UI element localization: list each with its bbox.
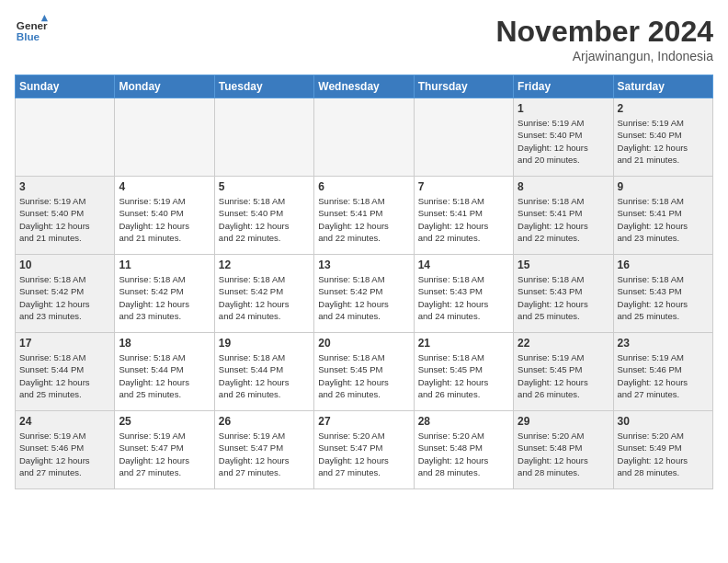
weekday-header-thursday: Thursday bbox=[414, 75, 513, 98]
weekday-header-friday: Friday bbox=[514, 75, 613, 98]
day-number: 27 bbox=[318, 415, 409, 428]
day-number: 30 bbox=[618, 415, 709, 428]
calendar-cell: 9Sunrise: 5:18 AM Sunset: 5:41 PM Daylig… bbox=[613, 177, 712, 255]
calendar-week-4: 17Sunrise: 5:18 AM Sunset: 5:44 PM Dayli… bbox=[16, 333, 713, 411]
calendar-cell: 15Sunrise: 5:18 AM Sunset: 5:43 PM Dayli… bbox=[514, 255, 613, 333]
day-info: Sunrise: 5:19 AM Sunset: 5:40 PM Dayligh… bbox=[19, 195, 110, 244]
calendar-cell: 6Sunrise: 5:18 AM Sunset: 5:41 PM Daylig… bbox=[314, 177, 414, 255]
calendar-cell: 7Sunrise: 5:18 AM Sunset: 5:41 PM Daylig… bbox=[414, 177, 513, 255]
day-info: Sunrise: 5:19 AM Sunset: 5:40 PM Dayligh… bbox=[518, 117, 609, 166]
calendar-cell bbox=[16, 98, 115, 177]
calendar-cell: 24Sunrise: 5:19 AM Sunset: 5:46 PM Dayli… bbox=[16, 411, 115, 489]
calendar-cell: 11Sunrise: 5:18 AM Sunset: 5:42 PM Dayli… bbox=[115, 255, 214, 333]
calendar-cell: 4Sunrise: 5:19 AM Sunset: 5:40 PM Daylig… bbox=[115, 177, 214, 255]
day-number: 20 bbox=[318, 337, 409, 350]
day-number: 9 bbox=[618, 180, 709, 193]
day-info: Sunrise: 5:18 AM Sunset: 5:41 PM Dayligh… bbox=[518, 195, 609, 244]
day-info: Sunrise: 5:20 AM Sunset: 5:49 PM Dayligh… bbox=[618, 430, 709, 478]
day-info: Sunrise: 5:18 AM Sunset: 5:42 PM Dayligh… bbox=[318, 273, 409, 322]
day-info: Sunrise: 5:18 AM Sunset: 5:42 PM Dayligh… bbox=[19, 273, 110, 322]
day-info: Sunrise: 5:20 AM Sunset: 5:47 PM Dayligh… bbox=[318, 430, 409, 478]
day-number: 2 bbox=[618, 102, 709, 115]
calendar-week-1: 1Sunrise: 5:19 AM Sunset: 5:40 PM Daylig… bbox=[16, 98, 713, 177]
day-info: Sunrise: 5:20 AM Sunset: 5:48 PM Dayligh… bbox=[418, 430, 509, 478]
calendar-cell: 14Sunrise: 5:18 AM Sunset: 5:43 PM Dayli… bbox=[414, 255, 513, 333]
day-number: 23 bbox=[618, 337, 709, 350]
day-info: Sunrise: 5:18 AM Sunset: 5:40 PM Dayligh… bbox=[219, 195, 310, 244]
day-info: Sunrise: 5:19 AM Sunset: 5:40 PM Dayligh… bbox=[618, 117, 709, 166]
calendar-cell bbox=[214, 98, 313, 177]
calendar-cell: 16Sunrise: 5:18 AM Sunset: 5:43 PM Dayli… bbox=[613, 255, 712, 333]
day-info: Sunrise: 5:18 AM Sunset: 5:44 PM Dayligh… bbox=[119, 351, 210, 400]
day-info: Sunrise: 5:18 AM Sunset: 5:44 PM Dayligh… bbox=[19, 351, 110, 400]
day-number: 29 bbox=[518, 415, 609, 428]
day-number: 6 bbox=[318, 180, 409, 193]
day-number: 5 bbox=[219, 180, 310, 193]
calendar-cell: 27Sunrise: 5:20 AM Sunset: 5:47 PM Dayli… bbox=[314, 411, 414, 489]
calendar-cell: 17Sunrise: 5:18 AM Sunset: 5:44 PM Dayli… bbox=[16, 333, 115, 411]
day-info: Sunrise: 5:18 AM Sunset: 5:41 PM Dayligh… bbox=[418, 195, 509, 244]
calendar-week-3: 10Sunrise: 5:18 AM Sunset: 5:42 PM Dayli… bbox=[16, 255, 713, 333]
day-info: Sunrise: 5:18 AM Sunset: 5:41 PM Dayligh… bbox=[618, 195, 709, 244]
day-number: 26 bbox=[219, 415, 310, 428]
calendar-header: SundayMondayTuesdayWednesdayThursdayFrid… bbox=[16, 75, 713, 98]
logo-icon: General Blue bbox=[15, 15, 48, 48]
day-number: 12 bbox=[219, 259, 310, 271]
day-info: Sunrise: 5:18 AM Sunset: 5:41 PM Dayligh… bbox=[318, 195, 409, 244]
day-info: Sunrise: 5:18 AM Sunset: 5:45 PM Dayligh… bbox=[418, 351, 509, 400]
day-number: 18 bbox=[119, 337, 210, 350]
location: Arjawinangun, Indonesia bbox=[495, 49, 713, 63]
day-info: Sunrise: 5:18 AM Sunset: 5:42 PM Dayligh… bbox=[119, 273, 210, 322]
day-info: Sunrise: 5:19 AM Sunset: 5:40 PM Dayligh… bbox=[119, 195, 210, 244]
day-info: Sunrise: 5:18 AM Sunset: 5:43 PM Dayligh… bbox=[418, 273, 509, 322]
calendar-cell: 8Sunrise: 5:18 AM Sunset: 5:41 PM Daylig… bbox=[514, 177, 613, 255]
day-info: Sunrise: 5:20 AM Sunset: 5:48 PM Dayligh… bbox=[518, 430, 609, 478]
calendar-cell bbox=[115, 98, 214, 177]
calendar-cell bbox=[414, 98, 513, 177]
day-info: Sunrise: 5:19 AM Sunset: 5:47 PM Dayligh… bbox=[219, 430, 310, 478]
day-info: Sunrise: 5:19 AM Sunset: 5:47 PM Dayligh… bbox=[119, 430, 210, 478]
day-info: Sunrise: 5:18 AM Sunset: 5:43 PM Dayligh… bbox=[518, 273, 609, 322]
day-number: 28 bbox=[418, 415, 509, 428]
day-number: 25 bbox=[119, 415, 210, 428]
month-title: November 2024 bbox=[495, 15, 713, 49]
calendar-cell bbox=[314, 98, 414, 177]
calendar-cell: 2Sunrise: 5:19 AM Sunset: 5:40 PM Daylig… bbox=[613, 98, 712, 177]
day-number: 17 bbox=[19, 337, 110, 350]
calendar-cell: 25Sunrise: 5:19 AM Sunset: 5:47 PM Dayli… bbox=[115, 411, 214, 489]
day-number: 4 bbox=[119, 180, 210, 193]
day-number: 1 bbox=[518, 102, 609, 115]
calendar-cell: 20Sunrise: 5:18 AM Sunset: 5:45 PM Dayli… bbox=[314, 333, 414, 411]
calendar-cell: 21Sunrise: 5:18 AM Sunset: 5:45 PM Dayli… bbox=[414, 333, 513, 411]
day-number: 14 bbox=[418, 259, 509, 271]
calendar-cell: 22Sunrise: 5:19 AM Sunset: 5:45 PM Dayli… bbox=[514, 333, 613, 411]
day-number: 16 bbox=[618, 259, 709, 271]
day-info: Sunrise: 5:18 AM Sunset: 5:44 PM Dayligh… bbox=[219, 351, 310, 400]
calendar-cell: 19Sunrise: 5:18 AM Sunset: 5:44 PM Dayli… bbox=[214, 333, 313, 411]
calendar-cell: 30Sunrise: 5:20 AM Sunset: 5:49 PM Dayli… bbox=[613, 411, 712, 489]
calendar-week-5: 24Sunrise: 5:19 AM Sunset: 5:46 PM Dayli… bbox=[16, 411, 713, 489]
day-number: 24 bbox=[19, 415, 110, 428]
svg-marker-2 bbox=[41, 15, 48, 21]
calendar-cell: 18Sunrise: 5:18 AM Sunset: 5:44 PM Dayli… bbox=[115, 333, 214, 411]
weekday-header-sunday: Sunday bbox=[16, 75, 115, 98]
calendar-cell: 1Sunrise: 5:19 AM Sunset: 5:40 PM Daylig… bbox=[514, 98, 613, 177]
calendar-cell: 13Sunrise: 5:18 AM Sunset: 5:42 PM Dayli… bbox=[314, 255, 414, 333]
day-number: 21 bbox=[418, 337, 509, 350]
day-info: Sunrise: 5:18 AM Sunset: 5:43 PM Dayligh… bbox=[618, 273, 709, 322]
day-number: 8 bbox=[518, 180, 609, 193]
day-number: 7 bbox=[418, 180, 509, 193]
day-info: Sunrise: 5:19 AM Sunset: 5:45 PM Dayligh… bbox=[518, 351, 609, 400]
day-info: Sunrise: 5:18 AM Sunset: 5:45 PM Dayligh… bbox=[318, 351, 409, 400]
day-number: 10 bbox=[19, 259, 110, 271]
title-block: November 2024 Arjawinangun, Indonesia bbox=[495, 15, 713, 63]
day-number: 15 bbox=[518, 259, 609, 271]
day-number: 19 bbox=[219, 337, 310, 350]
calendar-table: SundayMondayTuesdayWednesdayThursdayFrid… bbox=[15, 75, 713, 489]
day-number: 22 bbox=[518, 337, 609, 350]
day-info: Sunrise: 5:18 AM Sunset: 5:42 PM Dayligh… bbox=[219, 273, 310, 322]
weekday-header-monday: Monday bbox=[115, 75, 214, 98]
day-number: 3 bbox=[19, 180, 110, 193]
day-number: 11 bbox=[119, 259, 210, 271]
svg-text:Blue: Blue bbox=[17, 30, 40, 42]
